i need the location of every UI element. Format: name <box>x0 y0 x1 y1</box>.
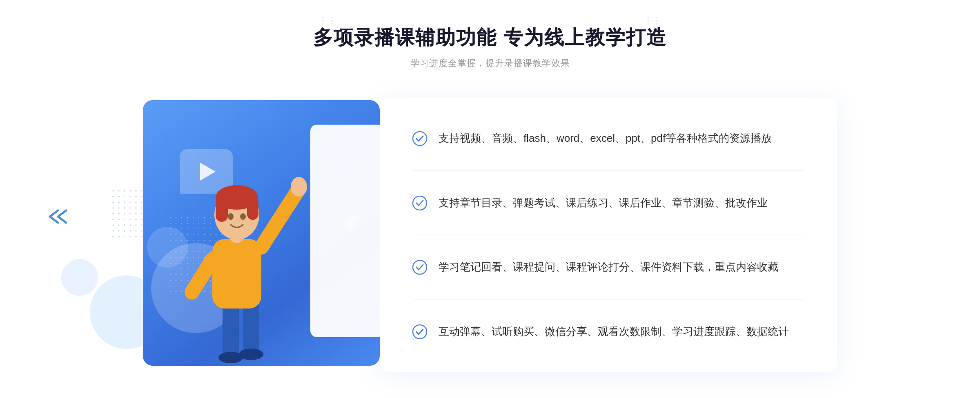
svg-point-13 <box>240 213 246 220</box>
check-icon-1 <box>412 131 427 146</box>
white-side-panel <box>310 125 380 337</box>
divider-2 <box>412 235 804 235</box>
deco-circle-small-left <box>61 259 98 296</box>
feature-text-2: 支持章节目录、弹题考试、课后练习、课后作业、章节测验、批改作业 <box>439 195 768 211</box>
svg-rect-10 <box>216 197 228 222</box>
feature-text-4: 互动弹幕、试听购买、微信分享、观看次数限制、学习进度跟踪、数据统计 <box>439 324 789 340</box>
content-area: 支持视频、音频、flash、word、excel、ppt、pdf等各种格式的资源… <box>143 92 837 378</box>
check-icon-4 <box>412 324 427 339</box>
main-title: 多项录播课辅助功能 专为线上教学打造 <box>313 25 666 51</box>
svg-point-15 <box>413 132 427 145</box>
feature-text-3: 学习笔记回看、课程提问、课程评论打分、课件资料下载，重点内容收藏 <box>439 259 778 275</box>
feature-item-3: 学习笔记回看、课程提问、课程评论打分、课件资料下载，重点内容收藏 <box>412 259 804 275</box>
left-chevron-decoration <box>46 208 68 226</box>
feature-text-1: 支持视频、音频、flash、word、excel、ppt、pdf等各种格式的资源… <box>439 130 772 146</box>
svg-rect-0 <box>223 300 239 358</box>
svg-rect-11 <box>247 197 258 220</box>
svg-point-16 <box>413 196 427 210</box>
svg-line-5 <box>261 190 298 247</box>
svg-rect-4 <box>212 239 261 309</box>
svg-point-17 <box>413 260 427 274</box>
svg-line-6 <box>192 259 212 292</box>
check-icon-3 <box>412 260 427 275</box>
feature-item-2: 支持章节目录、弹题考试、课后练习、课后作业、章节测验、批改作业 <box>412 195 804 211</box>
page-container: ⋮⋮ ⋮⋮ 多项录播课辅助功能 专为线上教学打造 学习进度全掌握，提升录播课教学… <box>0 0 980 398</box>
features-panel: 支持视频、音频、flash、word、excel、ppt、pdf等各种格式的资源… <box>380 98 837 372</box>
svg-point-3 <box>239 349 263 360</box>
svg-point-14 <box>291 177 307 197</box>
svg-point-12 <box>228 213 234 220</box>
svg-point-18 <box>413 325 427 339</box>
divider-1 <box>412 170 804 171</box>
feature-item-1: 支持视频、音频、flash、word、excel、ppt、pdf等各种格式的资源… <box>412 130 804 146</box>
person-illustration <box>159 137 314 366</box>
divider-3 <box>412 299 804 300</box>
feature-item-4: 互动弹幕、试听购买、微信分享、观看次数限制、学习进度跟踪、数据统计 <box>412 324 804 340</box>
header-section: 多项录播课辅助功能 专为线上教学打造 学习进度全掌握，提升录播课教学效果 <box>313 25 666 69</box>
check-icon-2 <box>412 196 427 210</box>
sub-title: 学习进度全掌握，提升录播课教学效果 <box>313 57 666 69</box>
illustration-card <box>143 100 380 366</box>
